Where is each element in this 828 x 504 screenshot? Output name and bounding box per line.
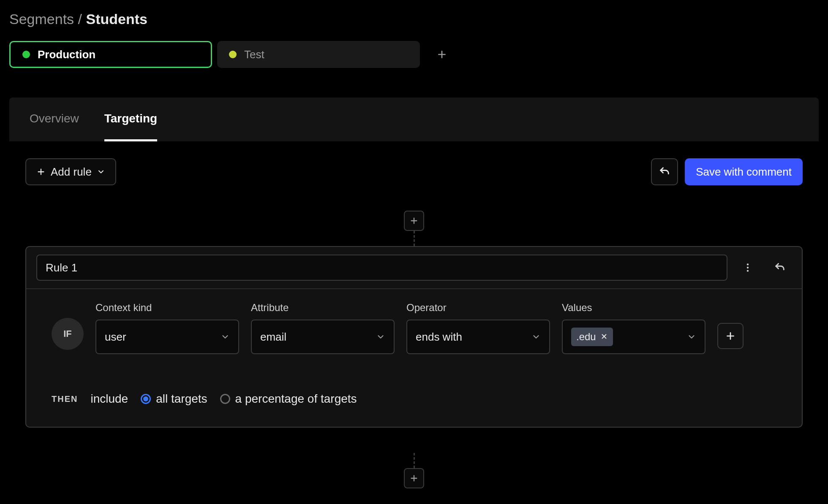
chip-label: .edu xyxy=(576,331,596,343)
chevron-down-icon xyxy=(97,168,105,176)
select-value: ends with xyxy=(416,331,462,344)
rule-header xyxy=(26,247,802,289)
add-rule-label: Add rule xyxy=(51,165,92,179)
chevron-down-icon xyxy=(687,332,696,341)
breadcrumb-root[interactable]: Segments xyxy=(9,11,74,27)
include-percentage-option[interactable]: a percentage of targets xyxy=(220,392,357,406)
include-all-option[interactable]: all targets xyxy=(141,392,207,406)
save-label: Save with comment xyxy=(696,165,792,179)
operator-field: Operator ends with xyxy=(406,302,550,354)
operator-select[interactable]: ends with xyxy=(406,320,550,354)
tab-targeting[interactable]: Targeting xyxy=(104,98,157,141)
field-label: Values xyxy=(562,302,705,314)
section-tabs: Overview Targeting xyxy=(9,98,819,141)
rule-menu-button[interactable] xyxy=(736,256,760,279)
chevron-down-icon xyxy=(531,332,541,341)
chevron-down-icon xyxy=(376,332,385,341)
rule-body: IF Context kind user Attribute email Ope… xyxy=(26,289,802,427)
breadcrumb: Segments / Students xyxy=(0,0,828,32)
rule-connector-bottom xyxy=(0,453,828,488)
env-tab-production[interactable]: Production xyxy=(9,41,212,68)
rule-connector-top xyxy=(0,211,828,246)
svg-point-1 xyxy=(747,267,749,268)
undo-icon xyxy=(659,166,670,178)
radio-icon xyxy=(141,394,151,404)
more-vertical-icon xyxy=(742,262,753,273)
save-with-comment-button[interactable]: Save with comment xyxy=(685,158,803,185)
rule-undo-button[interactable] xyxy=(768,256,792,279)
option-label: a percentage of targets xyxy=(235,392,357,406)
connector-line xyxy=(414,453,415,468)
then-row: THEN include all targets a percentage of… xyxy=(52,392,776,406)
add-environment-button[interactable] xyxy=(432,44,452,65)
actions-row: Add rule Save with comment xyxy=(25,158,803,185)
if-badge: IF xyxy=(52,318,84,350)
svg-point-0 xyxy=(747,263,749,265)
context-kind-field: Context kind user xyxy=(95,302,239,354)
field-label: Context kind xyxy=(95,302,239,314)
add-rule-button[interactable]: Add rule xyxy=(25,158,116,185)
insert-rule-below-button[interactable] xyxy=(404,468,424,488)
env-tab-test[interactable]: Test xyxy=(217,41,420,68)
add-condition-button[interactable] xyxy=(717,323,744,349)
condition-row: IF Context kind user Attribute email Ope… xyxy=(52,302,776,354)
tab-overview[interactable]: Overview xyxy=(30,98,79,141)
include-label: include xyxy=(90,392,128,406)
chevron-down-icon xyxy=(221,332,230,341)
rule-card: IF Context kind user Attribute email Ope… xyxy=(25,246,803,428)
plus-icon xyxy=(436,49,447,60)
attribute-field: Attribute email xyxy=(251,302,395,354)
radio-icon xyxy=(220,394,230,404)
environment-tabs: Production Test xyxy=(0,32,828,72)
plus-icon xyxy=(725,331,736,341)
breadcrumb-current: Students xyxy=(86,11,147,27)
svg-point-2 xyxy=(747,270,749,271)
undo-button[interactable] xyxy=(651,158,678,185)
values-field: Values .edu xyxy=(562,302,705,354)
remove-chip-button[interactable] xyxy=(600,331,608,343)
status-dot-icon xyxy=(22,51,30,58)
plus-icon xyxy=(409,474,419,483)
field-label: Attribute xyxy=(251,302,395,314)
select-value: user xyxy=(105,331,126,344)
connector-line xyxy=(414,231,415,246)
context-kind-select[interactable]: user xyxy=(95,320,239,354)
plus-icon xyxy=(36,167,46,176)
rule-name-input[interactable] xyxy=(36,255,727,281)
then-badge: THEN xyxy=(52,394,78,404)
values-select[interactable]: .edu xyxy=(562,320,705,354)
close-icon xyxy=(600,333,608,340)
insert-rule-above-button[interactable] xyxy=(404,211,424,231)
status-dot-icon xyxy=(229,51,237,58)
select-value: email xyxy=(260,331,286,344)
option-label: all targets xyxy=(156,392,207,406)
undo-icon xyxy=(774,262,786,274)
env-tab-label: Production xyxy=(38,48,95,61)
breadcrumb-separator: / xyxy=(78,11,82,27)
plus-icon xyxy=(409,216,419,225)
env-tab-label: Test xyxy=(244,48,264,61)
value-chip: .edu xyxy=(571,328,613,346)
field-label: Operator xyxy=(406,302,550,314)
attribute-select[interactable]: email xyxy=(251,320,395,354)
